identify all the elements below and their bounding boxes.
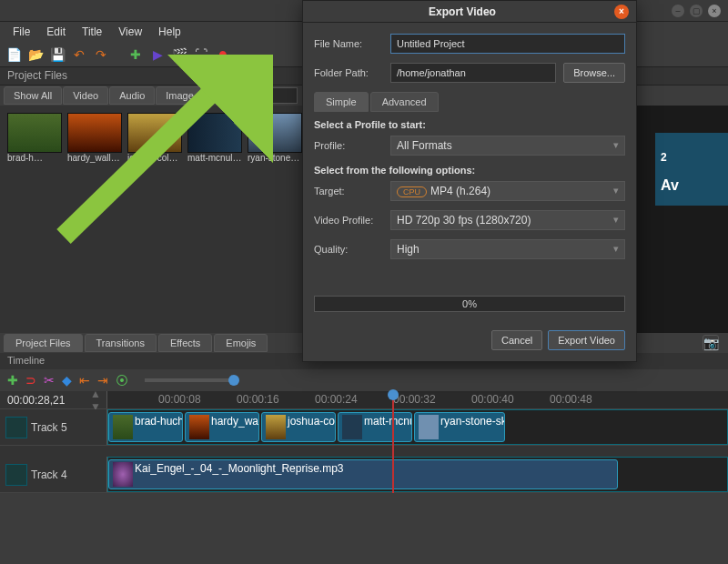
- video-profile-dropdown[interactable]: HD 720p 30 fps (1280x720): [390, 210, 625, 230]
- thumb-item[interactable]: joshua-colem…: [127, 113, 182, 163]
- tab-emojis[interactable]: Emojis: [214, 334, 268, 352]
- timeline-clip[interactable]: hardy_wallpaper_…: [185, 412, 259, 442]
- timecode-display: 00:00:28,21▲▼: [0, 391, 107, 408]
- camera-icon[interactable]: 📷: [703, 335, 719, 351]
- profile-dropdown[interactable]: All Formats: [390, 136, 625, 156]
- thumb-item[interactable]: ryan-stone-s…: [248, 113, 302, 163]
- add-track-icon[interactable]: ✚: [7, 373, 18, 388]
- import-icon[interactable]: ✚: [127, 46, 144, 63]
- file-name-label: File Name:: [314, 38, 383, 49]
- timeline-clip[interactable]: joshua-coleman-s…: [261, 412, 336, 442]
- folder-path-input[interactable]: [390, 63, 556, 83]
- timeline-ruler[interactable]: 00:00:08 00:00:16 00:00:24 00:00:32 00:0…: [107, 391, 728, 408]
- tab-image[interactable]: Image: [156, 86, 204, 105]
- fullscreen-icon[interactable]: ⛶: [193, 46, 209, 63]
- tab-effects[interactable]: Effects: [158, 334, 212, 352]
- select-profile-label: Select a Profile to start:: [314, 119, 625, 130]
- menu-file[interactable]: File: [5, 24, 37, 40]
- track-lane[interactable]: Kai_Engel_-_04_-_Moonlight_Reprise.mp3: [107, 457, 728, 492]
- undo-icon[interactable]: ↶: [71, 46, 87, 63]
- marker-icon[interactable]: ◆: [62, 373, 72, 388]
- cancel-button[interactable]: Cancel: [491, 330, 542, 350]
- menu-title[interactable]: Title: [75, 24, 109, 40]
- prev-marker-icon[interactable]: ⇤: [79, 373, 90, 388]
- snap-icon[interactable]: ⊃: [25, 373, 36, 388]
- menu-view[interactable]: View: [111, 24, 149, 40]
- profile-label: Profile:: [314, 140, 383, 151]
- thumb-item[interactable]: matt-mcnult…: [187, 113, 242, 163]
- playhead[interactable]: [392, 391, 394, 493]
- track-header[interactable]: Track 5: [0, 409, 107, 445]
- menu-help[interactable]: Help: [151, 24, 188, 40]
- close-icon[interactable]: ×: [708, 5, 721, 17]
- dialog-title: Export Video: [310, 5, 614, 18]
- tab-advanced[interactable]: Advanced: [370, 92, 439, 112]
- timeline-clip[interactable]: ryan-stone-skykomis…: [414, 412, 505, 442]
- quality-label: Quality:: [314, 244, 383, 255]
- video-profile-label: Video Profile:: [314, 215, 383, 226]
- timeline-clip[interactable]: brad-huchteman-s…: [108, 412, 183, 442]
- profile-icon[interactable]: 🎬: [171, 46, 187, 63]
- zoom-slider[interactable]: [145, 378, 236, 382]
- maximize-icon[interactable]: ▢: [690, 5, 703, 17]
- tab-show-all[interactable]: Show All: [4, 86, 62, 105]
- minimize-icon[interactable]: –: [672, 5, 684, 17]
- tab-simple[interactable]: Simple: [314, 92, 369, 112]
- filter-input[interactable]: [207, 87, 298, 104]
- redo-icon[interactable]: ↷: [93, 46, 109, 63]
- export-dialog: Export Video × File Name: Folder Path: B…: [302, 0, 637, 362]
- thumb-item[interactable]: hardy_wallpa…: [67, 113, 122, 163]
- file-name-input[interactable]: [390, 34, 625, 54]
- next-marker-icon[interactable]: ⇥: [97, 373, 108, 388]
- quality-dropdown[interactable]: High: [390, 239, 625, 259]
- timeline-toolbar: ✚ ⊃ ✂ ◆ ⇤ ⇥ ⦿: [0, 369, 728, 391]
- export-icon[interactable]: ●: [215, 46, 231, 63]
- target-dropdown[interactable]: CPUMP4 (h.264): [390, 181, 625, 201]
- razor-icon[interactable]: ✂: [44, 373, 55, 388]
- dialog-close-icon[interactable]: ×: [614, 5, 629, 19]
- track-lane[interactable]: brad-huchteman-s… hardy_wallpaper_… josh…: [107, 409, 728, 445]
- open-icon[interactable]: 📂: [27, 46, 44, 63]
- menu-edit[interactable]: Edit: [39, 24, 73, 40]
- export-video-button[interactable]: Export Video: [548, 330, 625, 350]
- tab-project-files[interactable]: Project Files: [4, 334, 83, 352]
- target-label: Target:: [314, 186, 383, 196]
- track-header[interactable]: Track 4: [0, 457, 107, 492]
- progress-bar: 0%: [314, 296, 625, 312]
- timeline-clip[interactable]: matt-mcnulty-nyc…: [338, 412, 412, 442]
- browse-button[interactable]: Browse...: [563, 63, 625, 83]
- thumb-item[interactable]: brad-h…: [7, 113, 62, 163]
- center-icon[interactable]: ⦿: [116, 373, 128, 388]
- play-icon[interactable]: ▶: [149, 46, 166, 63]
- timeline-clip[interactable]: Kai_Engel_-_04_-_Moonlight_Reprise.mp3: [108, 459, 618, 489]
- tab-audio[interactable]: Audio: [109, 86, 155, 105]
- tab-transitions[interactable]: Transitions: [85, 334, 157, 352]
- new-icon[interactable]: 📄: [5, 46, 22, 63]
- select-options-label: Select from the following options:: [314, 165, 625, 176]
- folder-path-label: Folder Path:: [314, 67, 383, 78]
- tab-video[interactable]: Video: [63, 86, 108, 105]
- save-icon[interactable]: 💾: [49, 46, 66, 63]
